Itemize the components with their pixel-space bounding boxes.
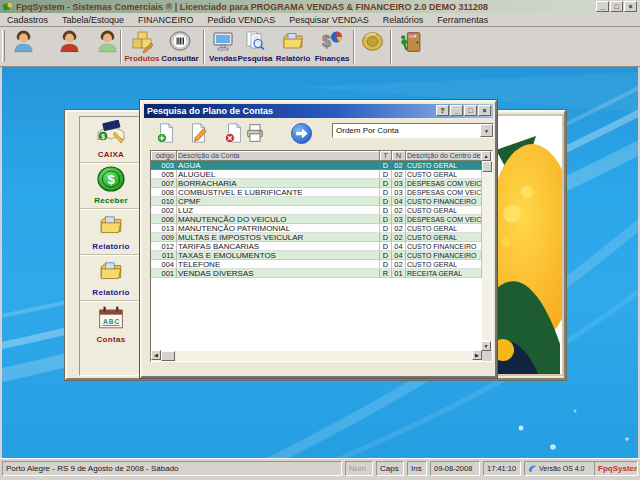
print-button[interactable] [244, 121, 266, 149]
sidebar-button-relatorio-1[interactable]: Relatório [80, 209, 142, 255]
toolbar-button-vendas[interactable]: Vendas [207, 28, 239, 66]
header-descricao-conta[interactable]: Descrição da Conta [177, 151, 380, 161]
sidebar-button-caixa[interactable]: $ CAIXA [80, 117, 142, 163]
toolbar-button-pesquisa[interactable]: Pesquisa [237, 28, 273, 66]
menu-tabela-estoque[interactable]: Tabela/Estoque [55, 15, 131, 25]
printer-icon [244, 121, 266, 145]
header-n[interactable]: N [392, 151, 406, 161]
delete-page-icon [223, 121, 245, 145]
toolbar-label: Consultar [161, 54, 198, 63]
order-by-value: Ordem Por Conta [336, 126, 399, 135]
order-by-combo[interactable]: Ordem Por Conta ▼ [332, 123, 494, 138]
table-cell: D [380, 242, 392, 251]
sidebar-button-contas[interactable]: ABC Contas [80, 301, 142, 347]
sidebar-label: Relatório [92, 288, 129, 297]
scroll-up-icon[interactable]: ▲ [481, 151, 491, 161]
menu-ferramentas[interactable]: Ferramentas [430, 15, 495, 25]
table-cell: 02 [392, 224, 406, 233]
svg-text:ABC: ABC [103, 318, 120, 325]
table-row[interactable]: 010CPMFD04CUSTO FINANCEIRO [151, 197, 482, 206]
minimize-button[interactable]: _ [596, 1, 609, 12]
edit-record-button[interactable] [187, 121, 209, 149]
table-cell: MANUTENÇÃO PATRIMONIAL [177, 224, 380, 233]
svg-text:$: $ [107, 172, 115, 187]
toolbar-button-consultar[interactable]: Consultar [160, 28, 200, 66]
status-insert: Ins [407, 461, 427, 476]
accounts-search-dialog: Pesquisa do Plano de Contas ? _ □ × [140, 100, 497, 378]
header-centro-custo[interactable]: Descrição do Centro de Cust [406, 151, 482, 161]
table-row[interactable]: 007BORRACHARIAD03DESPESAS COM VEICULO [151, 179, 482, 188]
status-location: Porto Alegre - RS 9 de Agosto de 2008 - … [2, 461, 342, 476]
dialog-title: Pesquisa do Plano de Contas [147, 106, 273, 116]
table-cell: TELEFONE [177, 260, 380, 269]
scroll-down-icon[interactable]: ▼ [481, 341, 491, 351]
table-cell: D [380, 170, 392, 179]
horizontal-scrollbar[interactable]: ◀ ▶ [151, 351, 482, 361]
toolbar-button-coin[interactable] [357, 28, 387, 66]
toolbar-button-produtos[interactable]: Produtos [124, 28, 160, 66]
main-toolbar: Produtos Consultar [0, 27, 640, 67]
table-cell: CUSTO GERAL [406, 206, 482, 215]
go-button[interactable] [290, 122, 313, 149]
menu-cadastros[interactable]: Cadastros [0, 15, 55, 25]
table-row[interactable]: 011TAXAS E EMOLUMENTOSD04CUSTO FINANCEIR… [151, 251, 482, 260]
table-row[interactable]: 009MULTAS E IMPOSTOS VEICULARD02CUSTO GE… [151, 233, 482, 242]
table-cell: D [380, 224, 392, 233]
scroll-right-icon[interactable]: ▶ [472, 350, 482, 360]
toolbar-button-person-1[interactable] [8, 28, 38, 66]
brand-art-panel [488, 114, 564, 376]
vertical-scrollbar[interactable]: ▲ ▼ [482, 151, 492, 351]
table-cell: 001 [151, 269, 177, 278]
table-row[interactable]: 008COMBUSTIVEL E LUBRIFICANTED03DESPESAS… [151, 188, 482, 197]
toolbar-button-exit[interactable]: EXIT [394, 28, 426, 66]
menu-relatorios[interactable]: Relatórios [376, 15, 431, 25]
dialog-close-button[interactable]: × [478, 105, 491, 116]
dialog-help-button[interactable]: ? [436, 105, 449, 116]
table-row[interactable]: 005ALUGUELD02CUSTO GERAL [151, 170, 482, 179]
header-t[interactable]: T [380, 151, 392, 161]
status-time: 17:41:10 [483, 461, 521, 476]
sidebar-button-receber[interactable]: $ Receber [80, 163, 142, 209]
table-cell: D [380, 215, 392, 224]
table-cell: 005 [151, 170, 177, 179]
dialog-minimize-button[interactable]: _ [450, 105, 463, 116]
toolbar-button-person-2[interactable] [54, 28, 84, 66]
dialog-title-bar[interactable]: Pesquisa do Plano de Contas ? _ □ × [144, 104, 493, 118]
table-cell: CUSTO GERAL [406, 170, 482, 179]
vertical-scroll-thumb[interactable] [482, 161, 492, 172]
table-row[interactable]: 004TELEFONED02CUSTO GERAL [151, 260, 482, 269]
calendar-abc-icon: ABC [95, 304, 127, 335]
sidebar-label: Receber [94, 196, 128, 205]
table-cell: D [380, 251, 392, 260]
table-cell: MULTAS E IMPOSTOS VEICULAR [177, 233, 380, 242]
scroll-left-icon[interactable]: ◀ [151, 350, 161, 360]
dialog-maximize-button[interactable]: □ [464, 105, 477, 116]
sidebar-button-relatorio-2[interactable]: Relatório [80, 255, 142, 301]
table-row[interactable]: 013MANUTENÇÃO PATRIMONIALD02CUSTO GERAL [151, 224, 482, 233]
toolbar-label: Relatório [276, 54, 311, 63]
table-row[interactable]: 012TARIFAS BANCARIASD04CUSTO FINANCEIRO [151, 242, 482, 251]
menu-pesquisar-vendas[interactable]: Pesquisar VENDAS [282, 15, 376, 25]
table-row[interactable]: 003AGUAD02CUSTO GERAL [151, 161, 482, 170]
horizontal-scroll-thumb[interactable] [161, 351, 175, 361]
delete-record-button[interactable] [223, 121, 245, 149]
toolbar-button-relatorio[interactable]: Relatório [274, 28, 312, 66]
toolbar-button-financas[interactable]: $ Finanças [313, 28, 351, 66]
close-button[interactable]: × [624, 1, 637, 12]
header-codigo[interactable]: ódigo [151, 151, 177, 161]
chevron-down-icon[interactable]: ▼ [480, 124, 493, 137]
restore-button[interactable]: □ [610, 1, 623, 12]
table-cell: 007 [151, 179, 177, 188]
table-row[interactable]: 002LUZD02CUSTO GERAL [151, 206, 482, 215]
person-blue-icon [11, 28, 36, 54]
products-boxes-icon [130, 28, 154, 54]
table-row[interactable]: 006MANUTENÇÃO DO VEICULOD03DESPESAS COM … [151, 215, 482, 224]
table-cell: 013 [151, 224, 177, 233]
toolbar-button-person-3[interactable] [92, 28, 122, 66]
menu-pedido-vendas[interactable]: Pedido VENDAS [201, 15, 283, 25]
add-record-button[interactable] [155, 121, 177, 149]
table-cell: CUSTO GERAL [406, 224, 482, 233]
menu-financeiro[interactable]: FINANCEIRO [131, 15, 201, 25]
table-row[interactable]: 001VENDAS DIVERSASR01RECEITA GERAL [151, 269, 482, 278]
status-brand: FpqSystem [594, 461, 638, 476]
